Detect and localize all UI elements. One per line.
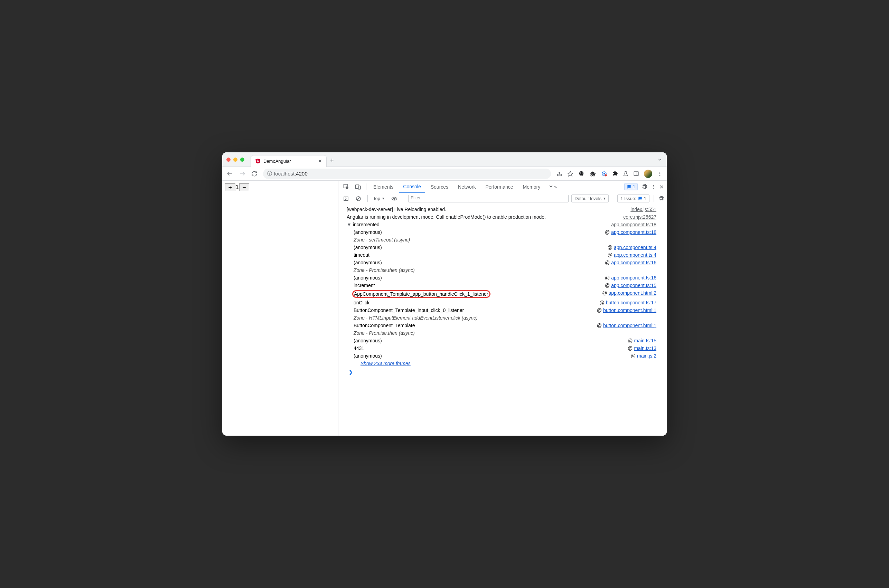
increment-button[interactable]: +	[225, 183, 236, 191]
frame-name: (anonymous)	[354, 244, 608, 250]
frame-source-link[interactable]: app.component.ts:4	[614, 252, 656, 258]
show-more-link[interactable]: Show 234 more frames	[354, 361, 411, 366]
frame-source-link[interactable]: app.component.ts:15	[611, 283, 656, 288]
show-more-frames[interactable]: Show 234 more frames	[347, 360, 656, 367]
panel-icon[interactable]	[633, 171, 639, 177]
back-button[interactable]	[227, 170, 233, 177]
frame-source-link[interactable]: main.ts:15	[634, 338, 656, 344]
frame-source-link[interactable]: button.component.html:1	[603, 308, 656, 313]
share-icon[interactable]	[557, 171, 562, 177]
stack-frame-row: timeout@ app.component.ts:4	[347, 251, 656, 259]
log-message: [webpack-dev-server] Live Reloading enab…	[347, 207, 631, 212]
disclosure-triangle-icon: ▼	[347, 222, 351, 227]
device-toggle-icon[interactable]	[353, 182, 363, 191]
live-expression-icon[interactable]	[389, 195, 399, 202]
frame-source-link[interactable]: app.component.ts:16	[611, 275, 656, 280]
trace-title: incremented	[353, 222, 611, 227]
svg-point-7	[591, 174, 592, 176]
more-tabs-icon[interactable]: »	[546, 183, 559, 191]
extensions-icon[interactable]	[612, 171, 618, 177]
tab-console[interactable]: Console	[399, 181, 425, 193]
stack-frame-row: (anonymous)@ app.component.ts:16	[347, 259, 656, 266]
stack-frame-row: (anonymous)@ app.component.ts:18	[347, 228, 656, 236]
frame-at-symbol: @	[605, 230, 610, 235]
devtools-panel: Elements Console Sources Network Perform…	[338, 181, 667, 436]
frame-at-symbol: @	[608, 252, 613, 258]
svg-point-21	[653, 185, 653, 186]
stack-frame-row: (anonymous)@ app.component.ts:4	[347, 243, 656, 251]
context-selector[interactable]: top	[372, 195, 386, 202]
console-sidebar-toggle-icon[interactable]	[341, 195, 351, 203]
console-prompt[interactable]: ❯	[347, 367, 656, 377]
console-filter-input[interactable]: Filter	[408, 195, 569, 202]
content-area: + 1 − Elements Console Sources Network P…	[222, 181, 667, 436]
profile-avatar[interactable]	[644, 170, 652, 178]
kebab-menu-icon[interactable]	[657, 171, 662, 177]
console-settings-gear-icon[interactable]	[658, 195, 664, 201]
frame-source-link[interactable]: main.js:2	[637, 353, 656, 358]
frame-name: Zone - setTimeout (async)	[354, 237, 656, 243]
svg-point-11	[604, 173, 605, 174]
tab-performance[interactable]: Performance	[481, 181, 517, 193]
chevron-down-icon[interactable]	[657, 157, 662, 162]
frame-at-symbol: @	[597, 308, 602, 313]
tab-title: DemoAngular	[263, 159, 315, 164]
frame-at-symbol: @	[608, 244, 613, 250]
site-info-icon[interactable]: ⓘ	[267, 171, 272, 177]
svg-point-16	[659, 173, 661, 174]
svg-rect-20	[359, 186, 360, 189]
close-window-button[interactable]	[227, 158, 231, 162]
stack-frame-row: onClick@ button.component.ts:17	[347, 299, 656, 306]
maximize-window-button[interactable]	[240, 158, 244, 162]
clear-console-icon[interactable]	[354, 195, 363, 203]
frame-source-link[interactable]: app.component.ts:16	[611, 260, 656, 266]
svg-point-29	[394, 198, 395, 200]
incognito-icon[interactable]	[589, 171, 596, 177]
stack-frame-row: increment@ app.component.ts:15	[347, 282, 656, 289]
frame-name: onClick	[354, 300, 599, 305]
labs-icon[interactable]	[623, 171, 628, 177]
target-icon[interactable]	[601, 171, 607, 177]
frame-source-link[interactable]: button.component.ts:17	[606, 300, 656, 305]
bookmark-star-icon[interactable]	[567, 171, 574, 177]
frame-source-link[interactable]: button.component.html:1	[603, 322, 656, 328]
trace-source-link[interactable]: app.component.ts:18	[611, 222, 656, 227]
new-tab-button[interactable]: +	[330, 157, 334, 164]
minimize-window-button[interactable]	[233, 158, 237, 162]
frame-name: Zone - Promise.then (async)	[354, 267, 656, 273]
decrement-button[interactable]: −	[239, 183, 249, 191]
issues-button[interactable]: 1 Issue: 1	[617, 195, 649, 202]
settings-gear-icon[interactable]	[641, 184, 647, 190]
frame-source-link[interactable]: main.ts:13	[634, 345, 656, 351]
devtools-close-icon[interactable]	[659, 184, 664, 189]
tab-elements[interactable]: Elements	[369, 181, 398, 193]
frame-name: 4431	[354, 345, 628, 351]
svg-rect-6	[590, 173, 596, 174]
counter-row: + 1 −	[225, 183, 335, 191]
tab-network[interactable]: Network	[454, 181, 480, 193]
tab-close-icon[interactable]: ✕	[318, 158, 322, 164]
trace-header[interactable]: ▼ incremented app.component.ts:18	[347, 221, 656, 228]
frame-name: timeout	[354, 252, 608, 258]
tab-sources[interactable]: Sources	[426, 181, 452, 193]
frame-source-link[interactable]: app.component.html:2	[608, 290, 656, 298]
log-source-link[interactable]: core.mjs:25627	[623, 214, 656, 220]
log-levels-selector[interactable]: Default levels	[571, 195, 609, 202]
browser-window: DemoAngular ✕ + ⓘ localhost:4200	[222, 152, 667, 436]
forward-button[interactable]	[239, 170, 246, 177]
frame-at-symbol: @	[628, 345, 632, 351]
inspect-icon[interactable]	[341, 182, 351, 191]
issues-badge[interactable]: 1	[624, 183, 638, 190]
devtools-menu-icon[interactable]	[651, 184, 656, 189]
address-bar[interactable]: ⓘ localhost:4200	[263, 169, 551, 179]
browser-tab[interactable]: DemoAngular ✕	[251, 155, 327, 167]
skull-icon[interactable]	[578, 171, 584, 177]
tab-memory[interactable]: Memory	[519, 181, 545, 193]
frame-at-symbol: @	[631, 353, 636, 358]
console-log-row: [webpack-dev-server] Live Reloading enab…	[347, 206, 656, 213]
reload-button[interactable]	[251, 171, 257, 177]
frame-source-link[interactable]: app.component.ts:4	[614, 244, 656, 250]
stack-frame-row: Zone - setTimeout (async)	[347, 236, 656, 243]
log-source-link[interactable]: index.js:551	[631, 207, 656, 212]
frame-source-link[interactable]: app.component.ts:18	[611, 230, 656, 235]
